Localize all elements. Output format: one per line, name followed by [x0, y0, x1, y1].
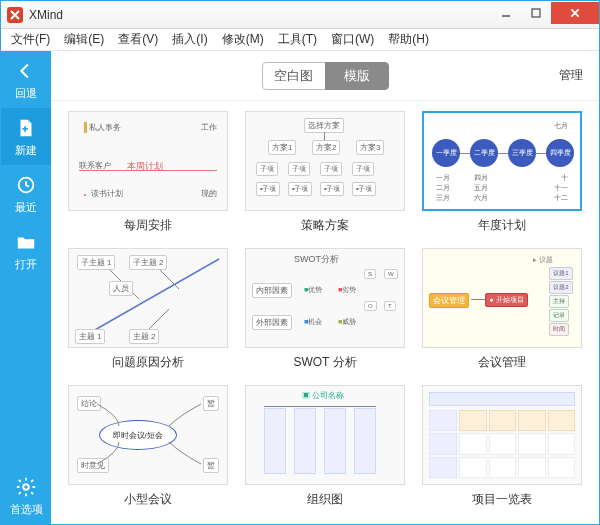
manage-link[interactable]: 管理	[559, 67, 583, 84]
template-card[interactable]: 一季度 二季度 三季度 四季度 一月 二月 三月 四月 五月 六月 七月 十 十…	[420, 111, 585, 234]
svg-rect-1	[532, 9, 540, 17]
template-thumbnail: ▣ 公司名称	[245, 385, 405, 485]
menu-window[interactable]: 窗口(W)	[325, 29, 380, 50]
template-card[interactable]: 项目一览表	[420, 385, 585, 508]
template-thumbnail: 私人事务 工作 联系客户 本周计划 • 读书计划 现的	[68, 111, 228, 211]
menu-modify[interactable]: 修改(M)	[216, 29, 270, 50]
svg-point-3	[23, 484, 29, 490]
template-card[interactable]: 即时会议/短会 结论 时意见 暂 暂 小型会议	[65, 385, 230, 508]
sidebar-item-label: 打开	[15, 257, 37, 272]
window-maximize-button[interactable]	[521, 2, 551, 24]
window-close-button[interactable]	[551, 2, 599, 24]
sidebar-item-label: 新建	[15, 143, 37, 158]
sidebar-item-label: 最近	[15, 200, 37, 215]
sidebar-item-open[interactable]: 打开	[1, 222, 51, 279]
template-card[interactable]: 私人事务 工作 联系客户 本周计划 • 读书计划 现的 每周安排	[65, 111, 230, 234]
template-card[interactable]: 选择方案 方案1 方案2 方案3 子项 子项 子项 子项 •子项 •子项 •子项…	[242, 111, 407, 234]
template-caption: 年度计划	[478, 217, 526, 234]
template-caption: 每周安排	[124, 217, 172, 234]
template-thumbnail: 会议管理 ● 开始项目 ▸ 议题 议题1 议题2 主持 记录 时间	[422, 248, 582, 348]
titlebar: XMind	[1, 1, 599, 29]
gear-icon	[15, 476, 37, 498]
folder-icon	[15, 231, 37, 253]
template-caption: 组织图	[307, 491, 343, 508]
sidebar: 回退 新建 最近 打开 首选项	[1, 51, 51, 524]
sidebar-item-prefs[interactable]: 首选项	[1, 467, 51, 524]
template-caption: 策略方案	[301, 217, 349, 234]
sidebar-item-recent[interactable]: 最近	[1, 165, 51, 222]
new-file-icon	[15, 117, 37, 139]
menu-insert[interactable]: 插入(I)	[166, 29, 213, 50]
template-card[interactable]: ▣ 公司名称 组织图	[242, 385, 407, 508]
template-thumbnail: 子主题 1 子主题 2 人员 主题 1 主题 2	[68, 248, 228, 348]
menu-tools[interactable]: 工具(T)	[272, 29, 323, 50]
template-caption: 项目一览表	[472, 491, 532, 508]
back-arrow-icon	[15, 60, 37, 82]
sidebar-item-label: 回退	[15, 86, 37, 101]
sidebar-item-new[interactable]: 新建	[1, 108, 51, 165]
template-caption: SWOT 分析	[293, 354, 356, 371]
template-caption: 小型会议	[124, 491, 172, 508]
topbar: 空白图 模版 管理	[51, 51, 599, 101]
window-title: XMind	[29, 8, 491, 22]
template-grid: 私人事务 工作 联系客户 本周计划 • 读书计划 现的 每周安排 选择方案	[51, 101, 599, 524]
app-icon	[7, 7, 23, 23]
clock-icon	[15, 174, 37, 196]
menu-help[interactable]: 帮助(H)	[382, 29, 435, 50]
template-card[interactable]: 子主题 1 子主题 2 人员 主题 1 主题 2 问题原因分析	[65, 248, 230, 371]
tab-templates[interactable]: 模版	[325, 62, 389, 90]
template-card[interactable]: SWOT分析 内部因素 外部因素 ■优势 ■劣势 ■机会 ■威胁 S W O T…	[242, 248, 407, 371]
template-thumbnail: 即时会议/短会 结论 时意见 暂 暂	[68, 385, 228, 485]
template-thumbnail: 选择方案 方案1 方案2 方案3 子项 子项 子项 子项 •子项 •子项 •子项…	[245, 111, 405, 211]
sidebar-item-label: 首选项	[10, 502, 43, 517]
sidebar-item-back[interactable]: 回退	[1, 51, 51, 108]
template-card[interactable]: 会议管理 ● 开始项目 ▸ 议题 议题1 议题2 主持 记录 时间 会议管理	[420, 248, 585, 371]
menu-edit[interactable]: 编辑(E)	[58, 29, 110, 50]
menu-view[interactable]: 查看(V)	[112, 29, 164, 50]
menubar: 文件(F) 编辑(E) 查看(V) 插入(I) 修改(M) 工具(T) 窗口(W…	[1, 29, 599, 51]
template-thumbnail: SWOT分析 内部因素 外部因素 ■优势 ■劣势 ■机会 ■威胁 S W O T	[245, 248, 405, 348]
tab-blank[interactable]: 空白图	[262, 62, 326, 90]
menu-file[interactable]: 文件(F)	[5, 29, 56, 50]
template-thumbnail	[422, 385, 582, 485]
template-caption: 会议管理	[478, 354, 526, 371]
template-caption: 问题原因分析	[112, 354, 184, 371]
template-type-segmented: 空白图 模版	[262, 62, 389, 90]
window-minimize-button[interactable]	[491, 2, 521, 24]
template-thumbnail: 一季度 二季度 三季度 四季度 一月 二月 三月 四月 五月 六月 七月 十 十…	[422, 111, 582, 211]
